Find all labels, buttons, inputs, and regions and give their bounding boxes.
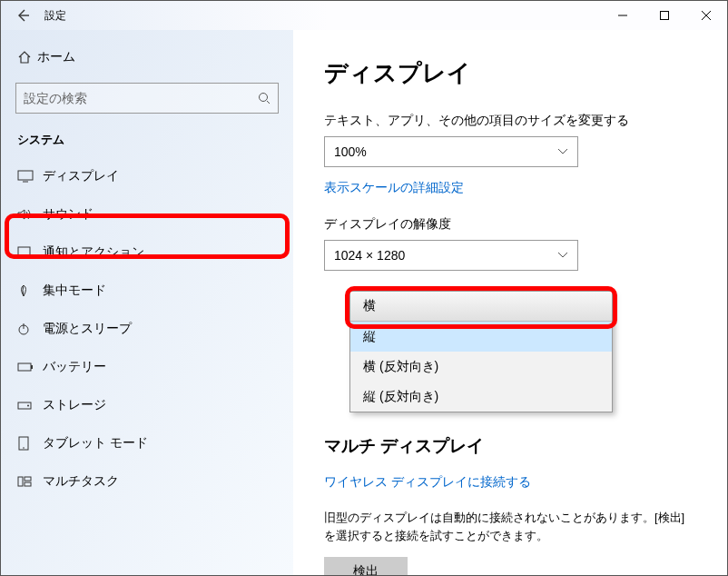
scale-advanced-link[interactable]: 表示スケールの詳細設定 xyxy=(324,180,696,196)
nav-label: 集中モード xyxy=(43,283,106,299)
svg-rect-13 xyxy=(25,482,31,486)
power-icon xyxy=(17,323,43,335)
maximize-button[interactable] xyxy=(644,1,685,30)
svg-rect-6 xyxy=(31,365,33,369)
scale-combobox[interactable]: 100% xyxy=(324,136,578,167)
svg-point-8 xyxy=(27,405,29,407)
home-link[interactable]: ホーム xyxy=(1,39,293,75)
scale-value: 100% xyxy=(334,144,367,159)
window-title: 設定 xyxy=(44,8,66,24)
page-heading: ディスプレイ xyxy=(324,57,696,89)
back-button[interactable] xyxy=(1,8,44,23)
svg-rect-11 xyxy=(18,477,23,486)
home-label: ホーム xyxy=(37,49,75,65)
multi-display-heading: マルチ ディスプレイ xyxy=(324,434,696,458)
nav-label: サウンド xyxy=(43,206,93,223)
search-icon xyxy=(258,92,271,104)
nav-item-notifications[interactable]: 通知とアクション xyxy=(1,233,293,272)
settings-window: 設定 ホーム システム xyxy=(0,0,728,576)
nav-label: 電源とスリープ xyxy=(43,321,132,337)
nav-item-battery[interactable]: バッテリー xyxy=(1,348,293,386)
scale-label: テキスト、アプリ、その他の項目のサイズを変更する xyxy=(324,113,696,129)
nav-label: タブレット モード xyxy=(43,435,148,452)
svg-point-1 xyxy=(260,94,268,102)
close-button[interactable] xyxy=(685,1,727,30)
minimize-icon xyxy=(618,11,627,20)
nav-label: バッテリー xyxy=(43,359,106,375)
detect-button[interactable]: 検出 xyxy=(324,557,408,575)
resolution-value: 1024 × 1280 xyxy=(334,248,405,263)
nav-item-storage[interactable]: ストレージ xyxy=(1,386,293,424)
nav-item-sound[interactable]: サウンド xyxy=(1,195,293,233)
resolution-label: ディスプレイの解像度 xyxy=(324,216,696,233)
orientation-option[interactable]: 横 (反対向き) xyxy=(350,352,612,382)
nav-label: ストレージ xyxy=(43,397,106,413)
nav-label: ディスプレイ xyxy=(43,168,119,184)
orientation-option[interactable]: 縦 (反対向き) xyxy=(350,382,612,412)
svg-rect-12 xyxy=(25,477,31,481)
nav-item-power[interactable]: 電源とスリープ xyxy=(1,310,293,348)
orientation-option[interactable]: 縦 xyxy=(350,322,612,352)
notifications-icon xyxy=(17,246,43,259)
orientation-dropdown[interactable]: 横 縦 横 (反対向き) 縦 (反対向き) xyxy=(349,291,613,412)
minimize-button[interactable] xyxy=(602,1,644,30)
multi-display-desc: 旧型のディスプレイは自動的に接続されないことがあります。[検出] を選択すると接… xyxy=(324,509,696,544)
nav-item-tablet[interactable]: タブレット モード xyxy=(1,424,293,462)
svg-rect-2 xyxy=(18,171,33,180)
search-input[interactable] xyxy=(24,91,258,105)
display-icon xyxy=(17,170,43,183)
svg-rect-0 xyxy=(661,12,669,20)
chevron-down-icon xyxy=(557,148,568,155)
nav-item-display[interactable]: ディスプレイ xyxy=(1,157,293,195)
sidebar: ホーム システム ディスプレイ サウンド xyxy=(1,30,293,575)
search-box[interactable] xyxy=(15,83,279,114)
nav-item-multitask[interactable]: マルチタスク xyxy=(1,462,293,501)
close-icon xyxy=(702,11,711,20)
chevron-down-icon xyxy=(557,252,568,259)
svg-rect-5 xyxy=(18,363,31,371)
multitask-icon xyxy=(17,476,43,487)
focus-icon xyxy=(17,284,43,297)
sound-icon xyxy=(17,208,43,221)
maximize-icon xyxy=(660,11,669,20)
storage-icon xyxy=(17,400,43,411)
home-icon xyxy=(17,50,37,65)
nav-item-focus[interactable]: 集中モード xyxy=(1,272,293,310)
category-label: システム xyxy=(1,119,293,157)
orientation-option[interactable]: 横 xyxy=(350,292,612,322)
svg-point-10 xyxy=(23,447,25,449)
battery-icon xyxy=(17,362,43,372)
wireless-link[interactable]: ワイヤレス ディスプレイに接続する xyxy=(324,474,696,491)
svg-rect-3 xyxy=(18,247,30,256)
nav-label: 通知とアクション xyxy=(43,244,144,261)
tablet-icon xyxy=(17,436,43,451)
resolution-combobox[interactable]: 1024 × 1280 xyxy=(324,240,578,271)
titlebar: 設定 xyxy=(1,1,727,30)
search-container xyxy=(1,75,293,119)
nav-label: マルチタスク xyxy=(43,473,119,490)
arrow-left-icon xyxy=(15,8,30,23)
